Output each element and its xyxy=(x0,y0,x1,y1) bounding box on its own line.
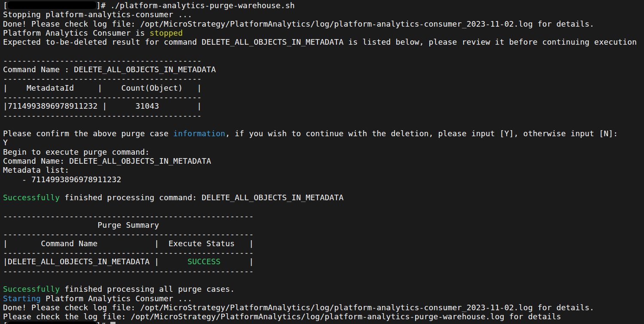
terminal-text: [ xyxy=(3,1,8,10)
terminal-text: Begin to execute purge command: xyxy=(3,147,150,156)
terminal-line: Please check the log file: /opt/MicroStr… xyxy=(3,312,644,321)
terminal-text: Platform Analytics Consumer ... xyxy=(41,294,192,303)
terminal-text-yellow: stopped xyxy=(150,28,183,37)
terminal-line: Successfully finished processing command… xyxy=(3,193,644,202)
terminal-line: Purge Summary xyxy=(3,220,644,229)
terminal-line xyxy=(3,202,644,211)
terminal-line: |7114993896978911232 | 31043 | xyxy=(3,101,644,110)
terminal-line: Done! Please check log file: /opt/MicroS… xyxy=(3,303,644,312)
terminal-text-blue: Starting xyxy=(3,294,41,303)
terminal-line xyxy=(3,120,644,129)
redacted-text xyxy=(8,321,96,324)
terminal-text-blue: information xyxy=(173,129,225,138)
terminal-text: ----------------------------------------… xyxy=(3,92,202,101)
terminal-text: Purge Summary xyxy=(3,220,159,229)
terminal-text: ----------------------------------------… xyxy=(3,248,254,257)
terminal-line: | Command Name | Execute Status | xyxy=(3,239,644,248)
terminal-text-green: Successfully xyxy=(3,193,60,202)
terminal-text: | xyxy=(221,257,254,266)
terminal-text: ----------------------------------------… xyxy=(3,211,254,220)
terminal-text-green: SUCCESS xyxy=(188,257,221,266)
terminal-text: [ xyxy=(3,321,8,324)
terminal-line: []# xyxy=(3,321,644,324)
terminal-text: Stopping platform-analytics-consumer ... xyxy=(3,10,192,19)
terminal-line: - 7114993896978911232 xyxy=(3,175,644,184)
terminal-line: ----------------------------------------… xyxy=(3,74,644,83)
terminal-text: finished processing command: DELETE_ALL_… xyxy=(60,193,343,202)
terminal-line: ----------------------------------------… xyxy=(3,111,644,120)
terminal-line: Metadata list: xyxy=(3,165,644,174)
terminal-text: - 7114993896978911232 xyxy=(3,175,121,184)
terminal-text: ----------------------------------------… xyxy=(3,74,202,83)
terminal-text: Please confirm the above purge case xyxy=(3,129,173,138)
terminal-text: Please check the log file: /opt/MicroStr… xyxy=(3,312,561,321)
terminal-line: ----------------------------------------… xyxy=(3,211,644,220)
terminal-text: ]# ./platform-analytics-purge-warehouse.… xyxy=(96,1,295,10)
terminal-line: ----------------------------------------… xyxy=(3,266,644,275)
terminal-text: Command Name: DELETE_ALL_OBJECTS_IN_META… xyxy=(3,156,211,165)
terminal-text-green: Successfully xyxy=(3,284,60,293)
terminal-text: ----------------------------------------… xyxy=(3,111,202,120)
terminal-line xyxy=(3,275,644,284)
terminal-text: |DELETE_ALL_OBJECTS_IN_METADATA | xyxy=(3,257,188,266)
terminal-text: Done! Please check log file: /opt/MicroS… xyxy=(3,19,594,28)
terminal-line: Begin to execute purge command: xyxy=(3,147,644,156)
terminal-line: Please confirm the above purge case info… xyxy=(3,129,644,138)
terminal-line: []# ./platform-analytics-purge-warehouse… xyxy=(3,1,644,10)
terminal-text: | MetadataId | Count(Object) | xyxy=(3,83,202,92)
terminal-text: Platform Analytics Consumer is xyxy=(3,28,150,37)
terminal-text: | Command Name | Execute Status | xyxy=(3,239,254,248)
terminal-line: ----------------------------------------… xyxy=(3,92,644,101)
terminal[interactable]: []# ./platform-analytics-purge-warehouse… xyxy=(0,0,644,324)
terminal-text: Metadata list: xyxy=(3,165,69,174)
terminal-text: finished processing all purge cases. xyxy=(60,284,235,293)
terminal-line: ----------------------------------------… xyxy=(3,229,644,238)
terminal-text: ]# xyxy=(96,321,110,324)
terminal-cursor xyxy=(110,322,115,324)
terminal-text: ----------------------------------------… xyxy=(3,229,254,238)
terminal-line: ----------------------------------------… xyxy=(3,248,644,257)
terminal-line: Starting Platform Analytics Consumer ... xyxy=(3,294,644,303)
terminal-line: Successfully finished processing all pur… xyxy=(3,284,644,293)
terminal-line: Y xyxy=(3,138,644,147)
terminal-text: Command Name : DELETE_ALL_OBJECTS_IN_MET… xyxy=(3,65,216,74)
terminal-line: Platform Analytics Consumer is stopped xyxy=(3,28,644,37)
terminal-text: |7114993896978911232 | 31043 | xyxy=(3,101,202,110)
terminal-line: Command Name : DELETE_ALL_OBJECTS_IN_MET… xyxy=(3,65,644,74)
terminal-text: ----------------------------------------… xyxy=(3,56,202,65)
terminal-line: | MetadataId | Count(Object) | xyxy=(3,83,644,92)
terminal-text: Expected to-be-deleted result for comman… xyxy=(3,37,637,46)
terminal-line: |DELETE_ALL_OBJECTS_IN_METADATA | SUCCES… xyxy=(3,257,644,266)
terminal-line xyxy=(3,46,644,55)
terminal-line: Command Name: DELETE_ALL_OBJECTS_IN_META… xyxy=(3,156,644,165)
redacted-text xyxy=(8,1,96,9)
terminal-text: , if you wish to continue with the delet… xyxy=(225,129,618,138)
terminal-text: Y xyxy=(3,138,8,147)
terminal-line xyxy=(3,184,644,193)
terminal-line: Stopping platform-analytics-consumer ... xyxy=(3,10,644,19)
terminal-line: ----------------------------------------… xyxy=(3,56,644,65)
terminal-line: Expected to-be-deleted result for comman… xyxy=(3,37,644,46)
terminal-text: Done! Please check log file: /opt/MicroS… xyxy=(3,303,594,312)
terminal-text: ----------------------------------------… xyxy=(3,266,254,275)
terminal-line: Done! Please check log file: /opt/MicroS… xyxy=(3,19,644,28)
